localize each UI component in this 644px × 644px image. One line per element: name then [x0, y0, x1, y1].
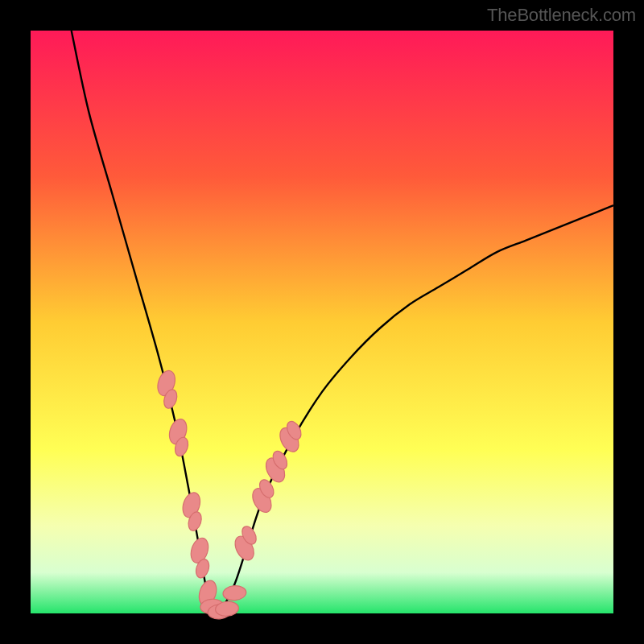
chart-svg	[0, 0, 644, 644]
watermark-text: TheBottleneck.com	[487, 5, 636, 26]
plot-background	[31, 31, 613, 613]
chart-container: { "watermark": "TheBottleneck.com", "cha…	[0, 0, 644, 644]
